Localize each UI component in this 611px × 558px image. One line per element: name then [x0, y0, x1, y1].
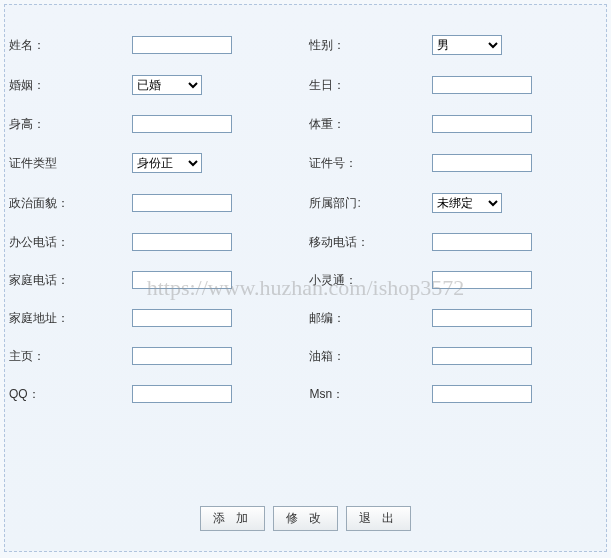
msn-input[interactable] [432, 385, 532, 403]
form-table: 姓名： 性别： 男 婚姻： 已婚 生日： 身高： 体重： [5, 25, 606, 413]
qq-label: QQ： [5, 375, 128, 413]
button-row: 添 加 修 改 退 出 [5, 506, 606, 531]
idnumber-input[interactable] [432, 154, 532, 172]
department-select[interactable]: 未绑定 [432, 193, 502, 213]
form-row: 证件类型 身份正 证件号： [5, 143, 606, 183]
homeaddress-label: 家庭地址： [5, 299, 128, 337]
officephone-input[interactable] [132, 233, 232, 251]
height-label: 身高： [5, 105, 128, 143]
marriage-select[interactable]: 已婚 [132, 75, 202, 95]
modify-button[interactable]: 修 改 [273, 506, 338, 531]
form-row: 政治面貌： 所属部门: 未绑定 [5, 183, 606, 223]
form-row: 主页： 油箱： [5, 337, 606, 375]
birthday-label: 生日： [305, 65, 428, 105]
name-label: 姓名： [5, 25, 128, 65]
marriage-label: 婚姻： [5, 65, 128, 105]
form-container: 姓名： 性别： 男 婚姻： 已婚 生日： 身高： 体重： [4, 4, 607, 552]
idtype-select[interactable]: 身份正 [132, 153, 202, 173]
form-row: QQ： Msn： [5, 375, 606, 413]
postcode-input[interactable] [432, 309, 532, 327]
form-row: 家庭地址： 邮编： [5, 299, 606, 337]
gender-select[interactable]: 男 [432, 35, 502, 55]
idtype-label: 证件类型 [5, 143, 128, 183]
msn-label: Msn： [305, 375, 428, 413]
form-row: 姓名： 性别： 男 [5, 25, 606, 65]
political-input[interactable] [132, 194, 232, 212]
homepage-input[interactable] [132, 347, 232, 365]
form-row: 办公电话： 移动电话： [5, 223, 606, 261]
email-label: 油箱： [305, 337, 428, 375]
form-row: 婚姻： 已婚 生日： [5, 65, 606, 105]
mobilephone-input[interactable] [432, 233, 532, 251]
department-label: 所属部门: [305, 183, 428, 223]
homepage-label: 主页： [5, 337, 128, 375]
email-input[interactable] [432, 347, 532, 365]
political-label: 政治面貌： [5, 183, 128, 223]
phs-input[interactable] [432, 271, 532, 289]
birthday-input[interactable] [432, 76, 532, 94]
gender-label: 性别： [305, 25, 428, 65]
form-row: 家庭电话： 小灵通： [5, 261, 606, 299]
mobilephone-label: 移动电话： [305, 223, 428, 261]
idnumber-label: 证件号： [305, 143, 428, 183]
form-row: 身高： 体重： [5, 105, 606, 143]
exit-button[interactable]: 退 出 [346, 506, 411, 531]
homeaddress-input[interactable] [132, 309, 232, 327]
officephone-label: 办公电话： [5, 223, 128, 261]
name-input[interactable] [132, 36, 232, 54]
weight-label: 体重： [305, 105, 428, 143]
qq-input[interactable] [132, 385, 232, 403]
homephone-label: 家庭电话： [5, 261, 128, 299]
height-input[interactable] [132, 115, 232, 133]
weight-input[interactable] [432, 115, 532, 133]
add-button[interactable]: 添 加 [200, 506, 265, 531]
homephone-input[interactable] [132, 271, 232, 289]
phs-label: 小灵通： [305, 261, 428, 299]
postcode-label: 邮编： [305, 299, 428, 337]
